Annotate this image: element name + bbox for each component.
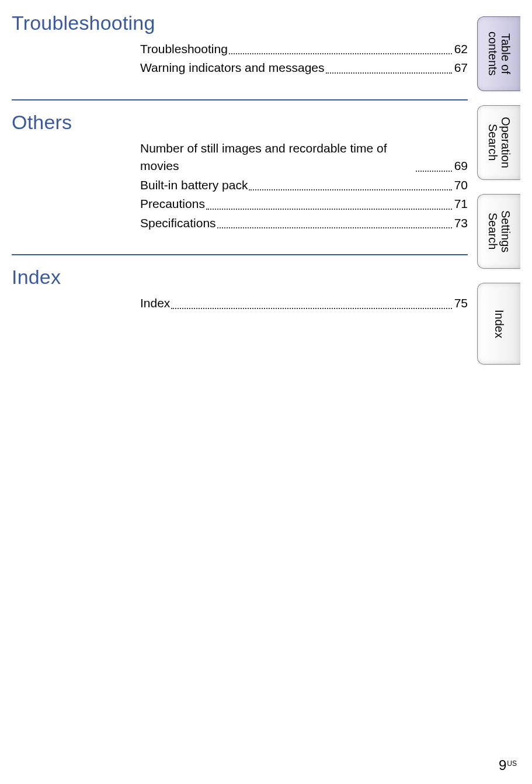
toc-leader — [416, 171, 452, 172]
tab-label: Table of contents — [486, 32, 512, 76]
section-troubleshooting: Troubleshooting Troubleshooting 62 Warni… — [12, 12, 468, 77]
toc-label: Troubleshooting — [140, 40, 228, 58]
toc-list: Troubleshooting 62 Warning indicators an… — [140, 40, 468, 77]
toc-row[interactable]: Built-in battery pack 70 — [140, 176, 468, 194]
tab-operation-search[interactable]: Operation Search — [477, 105, 520, 180]
toc-row[interactable]: Precautions 71 — [140, 195, 468, 213]
toc-leader — [249, 189, 451, 190]
page-number: 9US — [499, 757, 517, 773]
tab-label: Index — [493, 310, 506, 338]
toc-leader — [326, 72, 452, 74]
toc-page: 75 — [453, 294, 468, 312]
section-index: Index Index 75 — [12, 266, 468, 312]
toc-page: 70 — [453, 176, 468, 194]
tab-label: Operation Search — [486, 117, 512, 168]
toc-leader — [171, 308, 451, 309]
toc-row[interactable]: Warning indicators and messages 67 — [140, 59, 468, 77]
toc-page: 73 — [453, 214, 468, 232]
page-number-region: US — [507, 759, 517, 768]
toc-list: Number of still images and recordable ti… — [140, 140, 468, 232]
tab-settings-search[interactable]: Settings Search — [477, 194, 520, 269]
toc-label: Built-in battery pack — [140, 176, 248, 194]
section-heading: Others — [12, 111, 468, 134]
toc-page: 69 — [453, 157, 468, 175]
toc-row[interactable]: Troubleshooting 62 — [140, 40, 468, 58]
tab-table-of-contents[interactable]: Table of contents — [477, 16, 520, 91]
toc-row[interactable]: Number of still images and recordable ti… — [140, 140, 468, 175]
toc-label: Number of still images and recordable ti… — [140, 140, 415, 175]
toc-leader — [229, 53, 452, 54]
toc-label: Warning indicators and messages — [140, 59, 325, 77]
toc-page: 62 — [453, 40, 468, 58]
toc-list: Index 75 — [140, 294, 468, 312]
toc-page: 71 — [453, 195, 468, 213]
tab-index[interactable]: Index — [477, 283, 520, 365]
section-others: Others Number of still images and record… — [12, 111, 468, 232]
section-heading: Index — [12, 266, 468, 289]
toc-label: Precautions — [140, 195, 205, 213]
section-divider — [12, 254, 468, 255]
toc-row[interactable]: Index 75 — [140, 294, 468, 312]
tab-label: Settings Search — [486, 210, 512, 252]
section-heading: Troubleshooting — [12, 12, 468, 34]
toc-leader — [206, 209, 452, 210]
toc-label: Specifications — [140, 214, 216, 232]
side-tabs: Table of contents Operation Search Setti… — [477, 16, 520, 365]
toc-page: 67 — [453, 59, 468, 77]
toc-row[interactable]: Specifications 73 — [140, 214, 468, 232]
section-divider — [12, 99, 468, 100]
page: Troubleshooting Troubleshooting 62 Warni… — [0, 0, 532, 784]
page-number-value: 9 — [499, 757, 506, 773]
toc-label: Index — [140, 294, 170, 312]
toc-leader — [217, 227, 452, 228]
